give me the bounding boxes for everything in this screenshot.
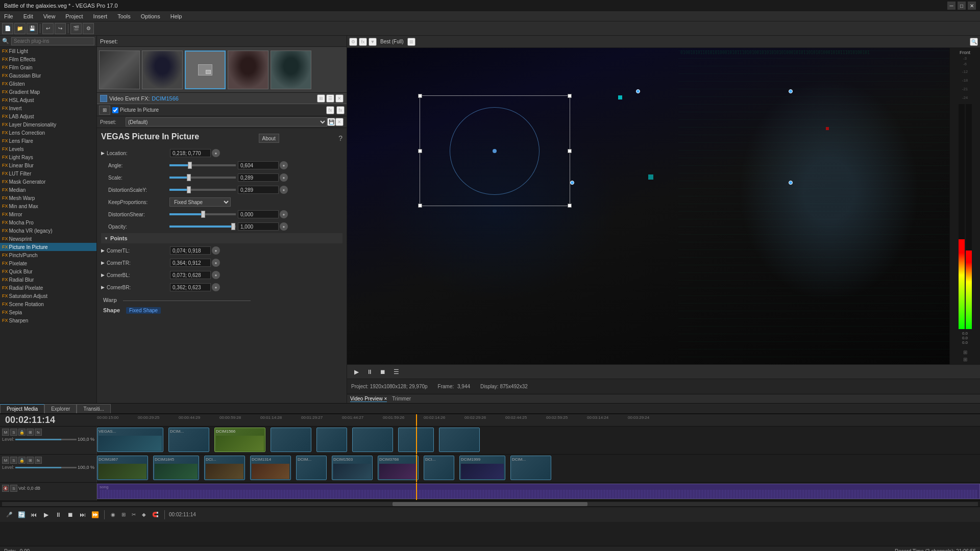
keep-proportions-select[interactable]: Fixed Shape Free <box>169 197 231 207</box>
angle-slider[interactable] <box>169 164 236 166</box>
track-1-level-slider[interactable] <box>15 439 77 440</box>
track-2-compose[interactable]: ⊞ <box>27 457 34 464</box>
go-end-btn[interactable]: ⏭ <box>78 510 88 520</box>
menu-file[interactable]: File <box>2 13 15 19</box>
op-reset[interactable]: ● <box>280 222 288 231</box>
effect-invert[interactable]: FX Invert <box>0 104 96 112</box>
effect-sharpen[interactable]: FX Sharpen <box>0 316 96 324</box>
dsy-value[interactable]: 0,289 <box>238 186 279 194</box>
location-reset[interactable]: ● <box>212 149 220 157</box>
clip-dcim-6[interactable] <box>439 428 480 452</box>
effect-pinch-punch[interactable]: FX Pinch/Punch <box>0 251 96 259</box>
redo-btn[interactable]: ↪ <box>55 23 66 34</box>
preview-settings-btn[interactable]: ⚙ <box>349 38 357 46</box>
preset-select[interactable]: (Default) <box>126 117 327 127</box>
about-btn[interactable]: About <box>259 134 279 143</box>
corner-tl-reset[interactable]: ● <box>212 246 220 255</box>
effects-search-input[interactable] <box>11 37 94 45</box>
effect-saturation-adjust[interactable]: FX Saturation Adjust <box>0 292 96 300</box>
effect-radial-pixelate[interactable]: FX Radial Pixelate <box>0 284 96 292</box>
track-1-lock[interactable]: 🔒 <box>18 429 26 436</box>
track-1-fx[interactable]: fx <box>35 429 42 436</box>
preview-fx-btn[interactable]: fx <box>359 38 367 46</box>
track-1-compose[interactable]: ⊞ <box>27 429 34 436</box>
snap-btn[interactable]: 🧲 <box>150 512 160 517</box>
location-expand[interactable]: ▶ <box>101 151 105 156</box>
effect-picture-in-picture[interactable]: FX Picture In Picture <box>0 243 96 251</box>
effect-newsprint[interactable]: FX Newsprint <box>0 235 96 243</box>
settings-btn[interactable]: ⚙ <box>83 23 94 34</box>
track-2-level-slider[interactable] <box>15 467 77 468</box>
pip-handle-bl[interactable] <box>418 204 422 208</box>
play-btn[interactable]: ▶ <box>351 367 361 377</box>
effect-film-effects[interactable]: FX Film Effects <box>0 55 96 63</box>
effect-lut-filter[interactable]: FX LUT Filter <box>0 169 96 178</box>
undo-btn[interactable]: ↩ <box>42 23 54 34</box>
scale-slider[interactable] <box>169 177 236 179</box>
clip-dci-1[interactable]: DCI... <box>204 456 245 480</box>
vefx-list-btn[interactable]: ☰ <box>326 94 334 103</box>
clip-dcim-m[interactable]: DCIM... <box>296 456 327 480</box>
menu-tools[interactable]: Tools <box>115 13 133 19</box>
effect-fill-light[interactable]: FX Fill Light <box>0 47 96 55</box>
track-2-level-value[interactable]: 100,0 % <box>78 465 94 470</box>
ds-slider[interactable] <box>169 213 236 215</box>
effect-gaussian-blur[interactable]: FX Gaussian Blur <box>0 71 96 80</box>
corner-br-value[interactable]: 0,362; 0,623 <box>170 283 211 291</box>
playhead[interactable] <box>416 414 417 426</box>
points-section-header[interactable]: ▼ Points <box>101 233 342 243</box>
effect-gradient-map[interactable]: FX Gradient Map <box>0 88 96 96</box>
effect-pixelate[interactable]: FX Pixelate <box>0 259 96 267</box>
title-bar-controls[interactable]: ─ □ ✕ <box>947 2 976 10</box>
preset-close-btn[interactable]: ✕ <box>335 118 344 126</box>
effect-film-grain[interactable]: FX Film Grain <box>0 63 96 71</box>
effect-glisten[interactable]: FX Glisten <box>0 80 96 88</box>
clip-dcim1845[interactable]: DCIM1845 <box>153 456 199 480</box>
track-2-fx[interactable]: fx <box>35 457 42 464</box>
tab-project-media[interactable]: Project Media <box>0 404 44 413</box>
effect-lens-correction[interactable]: FX Lens Correction <box>0 129 96 137</box>
effect-mirror[interactable]: FX Mirror <box>0 210 96 218</box>
track-2-mute[interactable]: M <box>2 457 9 464</box>
clip-dcim1867[interactable]: DCIM1867 <box>97 456 148 480</box>
corner-br-reset[interactable]: ● <box>212 283 220 291</box>
pan-crop-btn[interactable]: ⊞ <box>99 106 110 115</box>
menu-insert[interactable]: Insert <box>91 13 110 19</box>
menu-edit[interactable]: Edit <box>21 13 35 19</box>
loop-btn[interactable]: 🔄 <box>16 510 27 520</box>
menu-project[interactable]: Project <box>63 13 85 19</box>
effect-min-max[interactable]: FX Min and Max <box>0 202 96 210</box>
pip-checkbox[interactable] <box>112 107 118 113</box>
pip-handle-mr[interactable] <box>568 149 572 153</box>
go-start-btn[interactable]: ⏮ <box>29 510 39 520</box>
vu-grid-btn2[interactable]: ⊞ <box>951 356 979 362</box>
corner-tl-expand[interactable]: ▶ <box>101 248 105 253</box>
step-fwd-btn[interactable]: ⏩ <box>90 510 100 520</box>
clip-dcim1999[interactable]: DCIM1999 <box>459 456 505 480</box>
ctrl-point-left[interactable] <box>570 181 574 185</box>
angle-value[interactable]: 0,604 <box>238 161 279 169</box>
effect-hsl-adjust[interactable]: FX HSL Adjust <box>0 96 96 104</box>
pip-overlay-box[interactable] <box>420 95 570 206</box>
play-transport-btn[interactable]: ▶ <box>41 510 51 520</box>
corner-br-expand[interactable]: ▶ <box>101 285 105 290</box>
angle-reset[interactable]: ● <box>280 161 288 169</box>
effect-quick-blur[interactable]: FX Quick Blur <box>0 267 96 276</box>
corner-tr-expand[interactable]: ▶ <box>101 260 105 265</box>
tab-transitions[interactable]: Transiti... <box>77 404 111 413</box>
record-btn[interactable]: 🎤 <box>4 510 14 520</box>
effect-linear-blur[interactable]: FX Linear Blur <box>0 161 96 169</box>
render-btn[interactable]: 🎬 <box>70 23 82 34</box>
vefx-preset-btn[interactable]: fx <box>336 106 345 114</box>
audio-waveform[interactable]: song <box>97 484 980 499</box>
close-btn[interactable]: ✕ <box>968 2 976 10</box>
effect-median[interactable]: FX Median <box>0 186 96 194</box>
trim-btn[interactable]: ✂ <box>130 512 138 517</box>
stop-transport-btn[interactable]: ⏹ <box>65 510 76 520</box>
tab-explorer[interactable]: Explorer <box>44 404 77 413</box>
shape-value[interactable]: Fixed Shape <box>126 307 161 314</box>
ctrl-point-top[interactable] <box>636 89 640 93</box>
scale-value[interactable]: 0,289 <box>238 173 279 182</box>
effect-mask-generator[interactable]: FX Mask Generator <box>0 178 96 186</box>
effect-sepia[interactable]: FX Sepia <box>0 308 96 316</box>
